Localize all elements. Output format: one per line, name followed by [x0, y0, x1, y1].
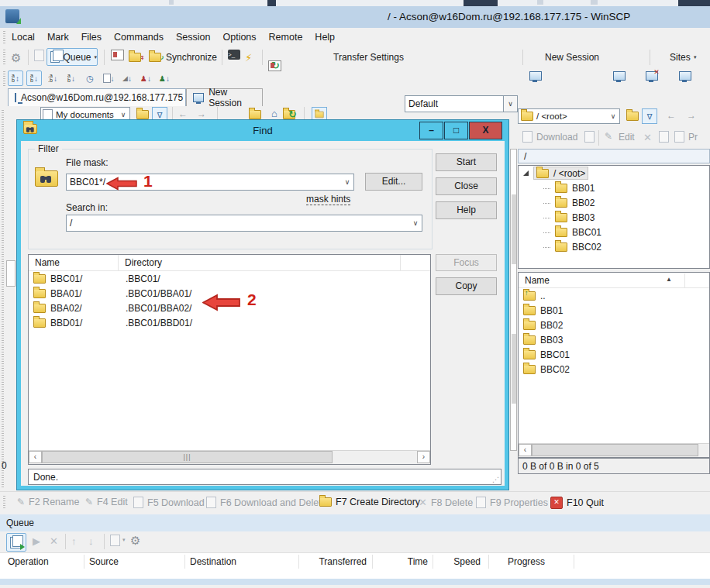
properties-button-cut[interactable]: Pr: [688, 132, 698, 143]
focus-button[interactable]: Focus: [436, 254, 497, 271]
menu-options[interactable]: Options: [216, 29, 262, 45]
column-progress[interactable]: Progress: [508, 556, 545, 567]
scrollbar-thumb[interactable]: [532, 444, 698, 456]
scrollbar-thumb[interactable]: |||: [42, 451, 333, 463]
tab-new-session[interactable]: New Session: [186, 88, 263, 106]
column-transferred[interactable]: Transferred: [302, 556, 367, 567]
tree-item[interactable]: BB01: [519, 181, 709, 195]
parent-directory-icon[interactable]: [249, 110, 261, 119]
console-icon[interactable]: >_: [228, 50, 240, 60]
delete-x-icon[interactable]: ✕: [643, 132, 652, 143]
queue-move-down-icon[interactable]: ↓: [88, 535, 94, 547]
dropdown-arrow-icon[interactable]: ∨: [607, 112, 619, 120]
open-directory-icon[interactable]: [136, 110, 149, 119]
upload-folder-icon[interactable]: ⇆: [129, 50, 144, 65]
file-row[interactable]: BBC02: [519, 362, 709, 377]
sort-name-button[interactable]: ab↓: [26, 70, 42, 86]
column-speed[interactable]: Speed: [434, 556, 481, 567]
f6-download-delete-button[interactable]: F6 Download and Delete: [206, 497, 327, 508]
menu-local[interactable]: Local: [5, 29, 41, 45]
queue-delete-icon[interactable]: ✕: [50, 535, 58, 547]
tree-item[interactable]: BBC01: [519, 225, 709, 239]
new-session-button[interactable]: New Session: [545, 50, 599, 65]
tree-item[interactable]: BB03: [519, 210, 709, 225]
file-row[interactable]: BB03: [519, 332, 709, 347]
horizontal-scrollbar[interactable]: ‹: [519, 443, 709, 457]
synchronize-folder-icon[interactable]: ↻: [149, 50, 164, 65]
file-list-header[interactable]: Name ▲: [519, 273, 709, 288]
result-row[interactable]: BBD01/ .BBC01/BBD01/: [29, 315, 430, 330]
download-button[interactable]: Download: [536, 132, 577, 143]
queue-show-button[interactable]: [6, 533, 26, 552]
dropdown-arrow-icon[interactable]: ∨: [117, 111, 129, 119]
sort-owner-button[interactable]: ♟↓: [138, 70, 153, 86]
sort-group-button[interactable]: ♟↓: [157, 70, 172, 86]
column-directory-header[interactable]: Directory: [119, 255, 401, 270]
queue-resume-icon[interactable]: ▶: [33, 535, 40, 547]
synchronize-button[interactable]: Synchronize: [166, 50, 217, 65]
results-header[interactable]: Name Directory: [29, 255, 430, 271]
sites-button[interactable]: Sites: [670, 50, 691, 65]
sort-rights-button[interactable]: ◢↓: [119, 70, 135, 86]
remote-path-bar[interactable]: /: [518, 149, 710, 163]
mask-hints-link[interactable]: mask hints: [306, 194, 350, 205]
dropdown-arrow-icon[interactable]: ∨: [341, 178, 353, 186]
queue-options-icon[interactable]: [110, 535, 120, 546]
refresh-icon[interactable]: ↻: [288, 108, 297, 120]
scroll-left-icon[interactable]: ‹: [29, 451, 42, 463]
start-button[interactable]: Start: [436, 153, 497, 171]
horizontal-scrollbar[interactable]: ‹ ||| ›: [29, 450, 430, 464]
edit-pencil-icon[interactable]: ✎: [605, 131, 612, 142]
forward-arrow-icon[interactable]: →: [687, 110, 696, 121]
menu-help[interactable]: Help: [308, 29, 341, 45]
search-in-input[interactable]: / ∨: [66, 215, 422, 232]
dropdown-arrow-icon[interactable]: ∨: [409, 219, 422, 227]
f9-properties-button[interactable]: F9 Properties: [476, 497, 548, 508]
f8-delete-button[interactable]: ✕F8 Delete: [419, 497, 473, 508]
f7-create-directory-button[interactable]: F7 Create Directory: [319, 497, 420, 507]
tab-session-active[interactable]: Acson@w16Dom.ru@192.168.177.175: [8, 88, 186, 106]
remote-path-select[interactable]: / <root> ∨: [518, 108, 620, 124]
rename-icon[interactable]: [659, 131, 669, 143]
open-directory-icon[interactable]: [626, 112, 639, 121]
f5-download-button[interactable]: F5 Download: [133, 497, 205, 508]
close-dialog-button[interactable]: Close: [436, 177, 497, 195]
back-arrow-icon[interactable]: ←: [178, 108, 188, 119]
f4-edit-button[interactable]: ✎F4 Edit: [85, 497, 128, 507]
sort-type-button[interactable]: ab↓: [64, 70, 79, 86]
queue-toggle-button[interactable]: Queue ▾: [47, 48, 98, 66]
download-icon[interactable]: [522, 131, 532, 143]
resize-grip[interactable]: ⋰: [492, 476, 499, 483]
download-options-icon[interactable]: [584, 131, 595, 143]
edit-button[interactable]: Edit: [619, 132, 635, 143]
menu-remote[interactable]: Remote: [263, 29, 309, 45]
copy-button[interactable]: Copy: [436, 277, 497, 295]
properties-icon[interactable]: [674, 131, 684, 143]
back-arrow-icon[interactable]: ←: [667, 110, 676, 121]
column-source[interactable]: Source: [89, 556, 119, 567]
menu-session[interactable]: Session: [170, 29, 216, 45]
sort-size-button[interactable]: ↓: [101, 70, 116, 86]
commander-view-icon[interactable]: [111, 50, 124, 60]
find-dialog-titlebar[interactable]: Find – □ X: [17, 120, 508, 141]
column-destination[interactable]: Destination: [190, 556, 236, 567]
tree-expander-icon[interactable]: [523, 170, 529, 176]
forward-arrow-icon[interactable]: →: [197, 108, 206, 119]
dropdown-arrow-icon[interactable]: ▾: [694, 50, 697, 65]
column-time[interactable]: Time: [380, 556, 428, 567]
scroll-left-icon[interactable]: ‹: [519, 444, 532, 456]
home-directory-icon[interactable]: ⌂: [271, 108, 277, 119]
menu-mark[interactable]: Mark: [41, 29, 75, 45]
f10-quit-button[interactable]: ✕F10 Quit: [550, 497, 604, 509]
tree-item[interactable]: BB02: [519, 195, 709, 210]
edit-mask-button[interactable]: Edit...: [365, 173, 422, 191]
dropdown-arrow-icon[interactable]: ▾: [122, 537, 126, 543]
close-button[interactable]: X: [469, 122, 502, 139]
transfer-list-icon[interactable]: [34, 50, 44, 61]
preferences-gear-icon[interactable]: ⚙: [11, 50, 21, 65]
menu-commands[interactable]: Commands: [108, 29, 170, 45]
file-row-updir[interactable]: ↑..: [519, 288, 709, 303]
column-name-header[interactable]: Name: [29, 255, 119, 270]
queue-move-up-icon[interactable]: ↑: [71, 535, 77, 547]
result-row[interactable]: BBC01/ .BBC01/: [29, 271, 430, 286]
